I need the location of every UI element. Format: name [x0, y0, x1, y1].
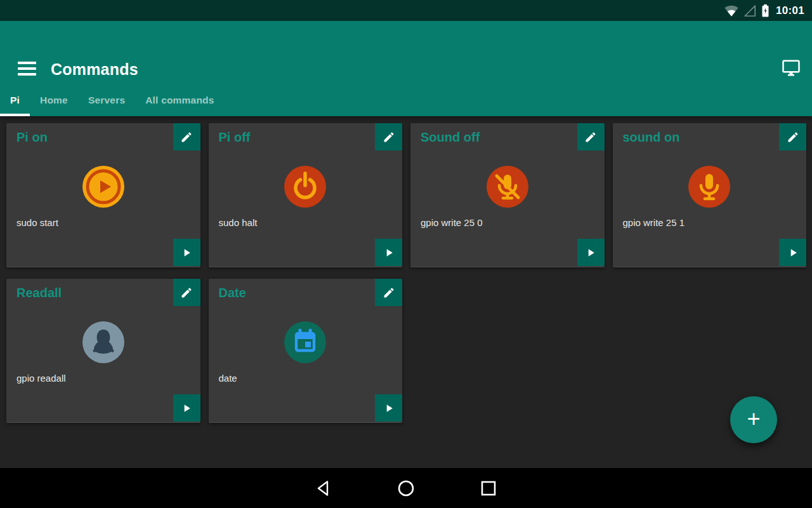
tab-servers[interactable]: Servers: [78, 84, 135, 116]
play-run-icon: [180, 402, 193, 415]
app-bar: Commands: [0, 21, 812, 84]
tab-pi[interactable]: Pi: [0, 84, 30, 116]
edit-button[interactable]: [375, 279, 402, 306]
card-title: Date: [219, 286, 246, 300]
tab-home[interactable]: Home: [30, 84, 78, 116]
command-card-sound-on[interactable]: sound on gpio write 25 1: [613, 123, 807, 267]
display-monitor-icon[interactable]: [782, 58, 801, 77]
command-text: sudo start: [16, 217, 58, 228]
mic-icon: [688, 166, 730, 208]
status-clock: 10:01: [776, 4, 804, 17]
pencil-edit-icon: [180, 131, 193, 144]
edit-button[interactable]: [173, 279, 200, 306]
app-screen: 10:01 Commands Pi Home Servers All comma…: [0, 0, 812, 508]
cell-signal-icon: [743, 4, 757, 18]
run-button[interactable]: [375, 239, 402, 266]
play-run-icon: [787, 246, 799, 259]
back-icon[interactable]: [315, 479, 332, 497]
card-title: Pi off: [219, 130, 251, 145]
command-card-pi-off[interactable]: Pi off sudo halt: [209, 123, 403, 267]
card-title: Readall: [16, 286, 62, 300]
play-run-icon: [383, 246, 395, 259]
hamburger-menu-icon[interactable]: [18, 62, 36, 76]
pencil-edit-icon: [383, 131, 395, 144]
command-text: date: [219, 373, 237, 384]
command-text: gpio readall: [16, 373, 66, 384]
pencil-edit-icon: [180, 286, 193, 299]
command-text: sudo halt: [219, 217, 258, 228]
page-title: Commands: [51, 60, 138, 79]
command-text: gpio write 25 1: [623, 217, 685, 228]
power-icon: [284, 166, 326, 208]
pencil-edit-icon: [584, 131, 597, 144]
run-button[interactable]: [779, 239, 806, 266]
play-run-icon: [383, 402, 395, 415]
home-icon[interactable]: [397, 479, 415, 497]
play-run-icon: [584, 246, 597, 259]
status-bar: 10:01: [0, 0, 812, 21]
add-command-fab[interactable]: +: [730, 396, 777, 443]
command-card-date[interactable]: Date date: [209, 279, 403, 423]
android-nav-bar: [0, 468, 812, 508]
command-grid: Pi on sudo start: [0, 116, 812, 423]
run-button[interactable]: [375, 394, 402, 422]
play-run-icon: [180, 246, 193, 259]
command-text: gpio write 25 0: [421, 217, 483, 228]
card-title: Pi on: [16, 130, 48, 145]
plus-icon: +: [747, 408, 760, 431]
wifi-icon: [724, 4, 738, 18]
penguin-icon: [82, 321, 124, 363]
mic-off-icon: [487, 166, 528, 208]
card-title: sound on: [623, 130, 680, 145]
run-button[interactable]: [173, 239, 200, 266]
run-button[interactable]: [173, 394, 200, 422]
edit-button[interactable]: [779, 123, 806, 150]
tab-all-commands[interactable]: All commands: [135, 84, 224, 116]
tab-bar: Pi Home Servers All commands: [0, 84, 812, 116]
battery-charging-icon: [761, 4, 769, 18]
edit-button[interactable]: [173, 123, 200, 150]
command-card-readall[interactable]: Readall gpio readall: [6, 279, 200, 423]
calendar-icon: [284, 321, 326, 363]
content-area: Pi on sudo start: [0, 116, 812, 468]
edit-button[interactable]: [375, 123, 402, 150]
play-circle-icon: [82, 166, 124, 208]
command-card-pi-on[interactable]: Pi on sudo start: [6, 123, 200, 267]
pencil-edit-icon: [383, 286, 395, 299]
edit-button[interactable]: [577, 123, 605, 150]
command-card-sound-off[interactable]: Sound off gpio write 25 0: [410, 123, 605, 267]
header: Commands Pi Home Servers All commands: [0, 21, 812, 116]
card-title: Sound off: [421, 130, 480, 145]
pencil-edit-icon: [787, 131, 799, 144]
recents-icon[interactable]: [480, 479, 497, 497]
run-button[interactable]: [577, 239, 605, 266]
